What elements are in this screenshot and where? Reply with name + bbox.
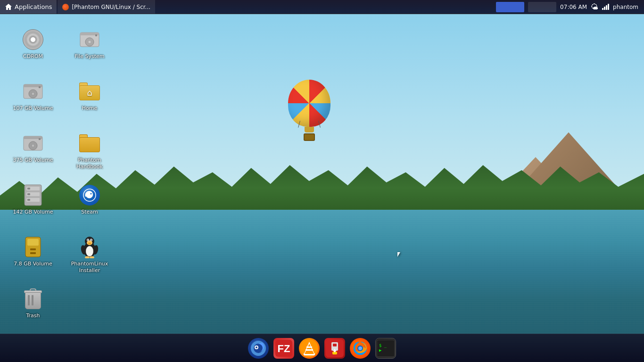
svg-point-37 <box>88 239 89 240</box>
svg-rect-58 <box>333 344 337 346</box>
svg-rect-55 <box>306 346 312 348</box>
svg-point-47 <box>256 346 257 348</box>
home-house-symbol: ⌂ <box>87 88 92 98</box>
phantom-handbook-icon-img <box>78 132 101 155</box>
svg-rect-14 <box>39 138 41 140</box>
window-title-bar[interactable]: [Phantom GNU/Linux / Scr... <box>58 0 155 14</box>
home-icon <box>5 3 12 11</box>
dock-item-usb-installer[interactable] <box>323 337 347 360</box>
hot-air-balloon <box>286 80 333 141</box>
phantom-handbook-folder-icon <box>79 134 100 152</box>
cdrom-icon <box>23 29 43 50</box>
107gb-label: 107 GB Volume <box>13 105 53 112</box>
folder-body <box>79 137 100 152</box>
usb-installer-icon <box>324 338 345 359</box>
svg-rect-4 <box>95 34 97 36</box>
dock-item-firefox[interactable] <box>348 337 372 360</box>
svg-point-24 <box>91 193 92 195</box>
cdrom-icon-img <box>22 28 44 51</box>
7gb-usb-icon <box>24 236 42 258</box>
desktop-icon-home[interactable]: ⌂ Home <box>61 75 118 127</box>
trash-body <box>25 292 41 309</box>
desktop-icon-107gb[interactable]: 107 GB Volume <box>5 75 61 127</box>
phantomlinux-installer-label: PhantomLinux Installer <box>68 261 111 274</box>
svg-rect-28 <box>30 252 36 254</box>
svg-rect-61 <box>334 349 335 351</box>
balloon-basket <box>304 133 315 141</box>
7gb-icon-img <box>22 236 44 258</box>
applications-menu[interactable]: Applications <box>0 0 57 14</box>
steam-label: Steam <box>81 209 98 215</box>
dock-item-filezilla[interactable]: FZ <box>272 337 296 360</box>
home-folder-icon: ⌂ <box>79 82 100 100</box>
svg-point-13 <box>32 144 34 147</box>
desktop-icon-142gb[interactable]: 142 GB Volume <box>5 179 61 231</box>
signal-bar-1 <box>602 8 603 10</box>
firefox-svg <box>351 339 370 358</box>
desktop-icon-cdrom[interactable]: CDROM <box>5 24 61 75</box>
svg-rect-26 <box>27 239 39 246</box>
svg-rect-54 <box>305 349 313 351</box>
desktop-icon-steam[interactable]: Steam <box>61 179 118 231</box>
inactive-window-box[interactable] <box>528 2 556 12</box>
desktop-icon-375gb[interactable]: 375 GB Volume <box>5 127 61 179</box>
svg-rect-27 <box>30 248 36 250</box>
browser-favicon <box>62 4 69 10</box>
phantomlinux-installer-icon-img <box>78 236 101 258</box>
desktop-icon-filesystem[interactable]: File System <box>61 24 118 75</box>
dock-item-terminal[interactable]: $ _ ▶ <box>374 337 397 360</box>
signal-bar-3 <box>606 5 607 10</box>
375gb-label: 375 GB Volume <box>13 157 53 164</box>
vlc-icon <box>299 338 320 359</box>
375gb-hdd-icon <box>23 134 43 152</box>
trash-label: Trash <box>26 313 40 319</box>
taskbar: Applications [Phantom GNU/Linux / Scr...… <box>0 0 644 14</box>
desktop-icon-phantom-handbook[interactable]: Phantom Handbook <box>61 127 118 179</box>
applications-label: Applications <box>15 3 52 10</box>
dock-item-thunderbird[interactable] <box>247 337 270 360</box>
svg-text:$ _: $ _ <box>379 343 387 348</box>
svg-text:FZ: FZ <box>278 343 290 354</box>
svg-point-38 <box>91 239 92 240</box>
balloon-neck <box>305 127 314 132</box>
taskbar-right: 07:06 AM 🌤 phantom <box>488 2 644 12</box>
steam-icon <box>79 185 100 206</box>
svg-point-3 <box>88 41 91 43</box>
filesystem-hdd-icon <box>79 31 100 49</box>
filesystem-label: File System <box>75 53 105 60</box>
filezilla-icon: FZ <box>273 338 294 359</box>
svg-point-8 <box>32 92 34 95</box>
filesystem-icon-img <box>78 28 101 51</box>
thunderbird-svg <box>250 340 267 357</box>
trash-icon-img <box>22 288 44 310</box>
home-icon-img: ⌂ <box>78 80 101 103</box>
svg-point-39 <box>88 243 91 245</box>
steam-icon-img <box>78 184 101 206</box>
7gb-label: 7.8 GB Volume <box>14 261 52 267</box>
142gb-hdd-icon <box>23 184 43 206</box>
desktop-icon-trash[interactable]: Trash <box>5 283 61 335</box>
thunderbird-icon <box>248 338 269 359</box>
trash-icon <box>24 288 42 309</box>
svg-rect-19 <box>27 188 30 189</box>
firefox-icon <box>350 338 371 359</box>
vlc-svg <box>300 339 319 358</box>
filezilla-svg: FZ <box>275 340 292 357</box>
svg-rect-21 <box>27 199 30 201</box>
signal-bar-4 <box>608 4 609 10</box>
active-window-indicator[interactable] <box>496 2 524 12</box>
weather-icon: 🌤 <box>591 2 598 11</box>
desktop-icon-phantomlinux-installer[interactable]: PhantomLinux Installer <box>61 231 118 283</box>
signal-bars <box>602 4 609 10</box>
svg-rect-20 <box>27 193 30 195</box>
cdrom-label: CDROM <box>23 53 43 60</box>
svg-point-30 <box>86 246 93 256</box>
375gb-icon-img <box>22 132 44 155</box>
svg-point-64 <box>358 346 362 350</box>
home-label: Home <box>82 105 97 112</box>
desktop-icons-area: CDROM File System <box>0 19 132 334</box>
application-dock: FZ <box>0 334 644 362</box>
desktop-icon-7gb[interactable]: 7.8 GB Volume <box>5 231 61 283</box>
desktop: Applications [Phantom GNU/Linux / Scr...… <box>0 0 644 362</box>
dock-item-vlc[interactable] <box>297 337 321 360</box>
